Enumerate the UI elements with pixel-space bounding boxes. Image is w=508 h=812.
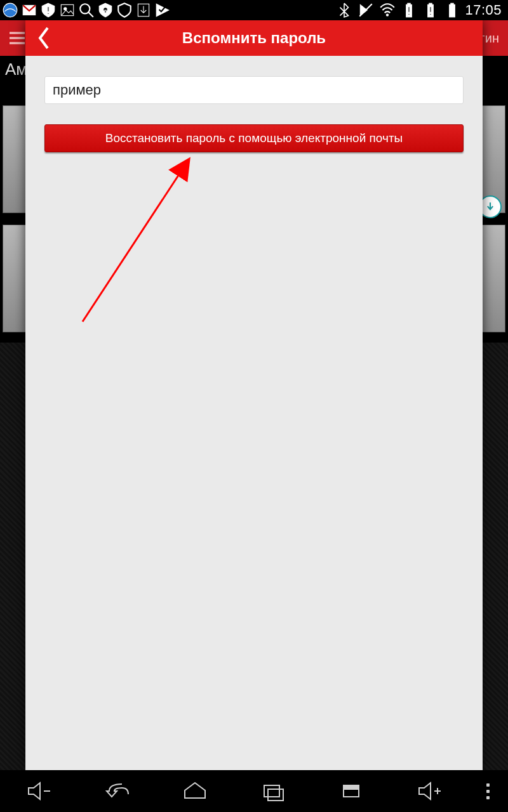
browser-icon — [1, 1, 19, 19]
volume-up-button[interactable] — [401, 773, 458, 809]
svg-rect-18 — [429, 3, 432, 5]
status-bar: 17:05 — [0, 0, 508, 20]
clock-text: 17:05 — [465, 2, 502, 18]
svg-rect-16 — [408, 13, 410, 15]
svg-rect-2 — [48, 7, 49, 12]
volume-down-button[interactable] — [10, 773, 67, 809]
annotation-arrow — [70, 144, 210, 334]
svg-rect-21 — [450, 4, 455, 17]
email-input[interactable] — [44, 76, 464, 104]
recent-apps-button[interactable] — [244, 773, 302, 809]
search-icon — [77, 1, 95, 19]
modal-title: Вспомнить пароль — [182, 29, 326, 47]
android-nav-bar — [0, 770, 508, 812]
shield-outline-icon — [116, 1, 133, 19]
screenshot-button[interactable] — [323, 773, 380, 809]
password-recovery-modal: Вспомнить пароль Восстановить пароль с п… — [25, 20, 483, 770]
svg-point-6 — [80, 4, 90, 13]
svg-rect-20 — [430, 13, 431, 15]
svg-rect-3 — [48, 13, 49, 14]
overflow-menu-button[interactable] — [478, 783, 497, 799]
battery-alert2-icon — [422, 1, 439, 19]
login-link[interactable]: гин — [480, 31, 508, 46]
mute-icon — [357, 1, 375, 19]
background-page-title: Ам — [5, 60, 27, 79]
svg-rect-28 — [264, 785, 279, 797]
svg-rect-22 — [451, 3, 453, 5]
download-box-icon — [135, 1, 152, 19]
svg-point-12 — [387, 14, 389, 16]
back-button[interactable] — [28, 20, 60, 56]
back-nav-button[interactable] — [88, 773, 145, 809]
image-icon — [58, 1, 76, 19]
lock-shield-icon — [97, 1, 114, 19]
svg-rect-19 — [430, 7, 431, 13]
bluetooth-icon — [335, 1, 353, 19]
battery-icon — [443, 1, 461, 19]
svg-point-5 — [64, 8, 67, 10]
checkmark-play-icon — [154, 1, 171, 19]
svg-line-7 — [88, 12, 93, 17]
recover-password-button[interactable]: Восстановить пароль с помощью электронно… — [44, 124, 464, 152]
wifi-icon — [378, 1, 396, 19]
svg-rect-29 — [268, 789, 283, 801]
battery-alert-icon — [400, 1, 418, 19]
shield-alert-icon — [39, 1, 57, 19]
modal-header: Вспомнить пароль — [25, 20, 483, 56]
svg-rect-14 — [408, 3, 410, 5]
svg-point-0 — [3, 3, 17, 17]
home-nav-button[interactable] — [166, 773, 224, 809]
gmail-icon — [20, 1, 38, 19]
svg-rect-15 — [408, 7, 410, 13]
svg-rect-31 — [344, 785, 359, 789]
svg-line-26 — [83, 162, 187, 322]
svg-rect-9 — [105, 10, 106, 13]
